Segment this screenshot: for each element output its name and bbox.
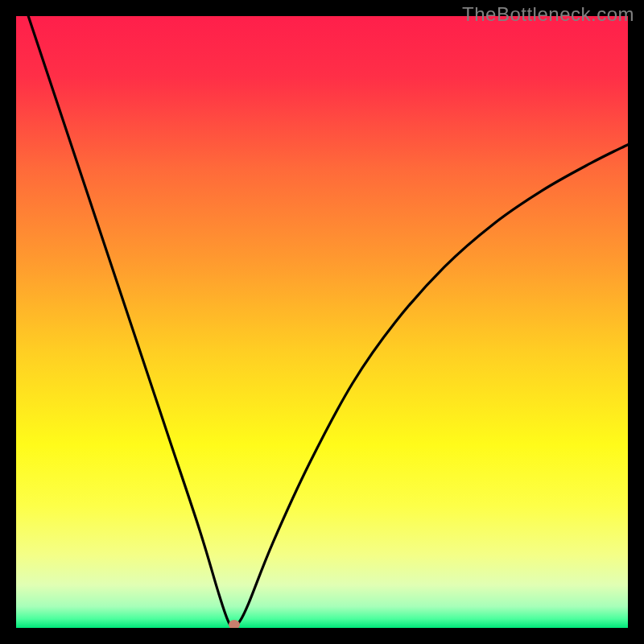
bottleneck-curve <box>16 16 628 628</box>
plot-area <box>16 16 628 628</box>
watermark-text: TheBottleneck.com <box>462 3 634 26</box>
chart-frame: TheBottleneck.com <box>0 0 644 644</box>
optimum-marker <box>229 620 240 628</box>
